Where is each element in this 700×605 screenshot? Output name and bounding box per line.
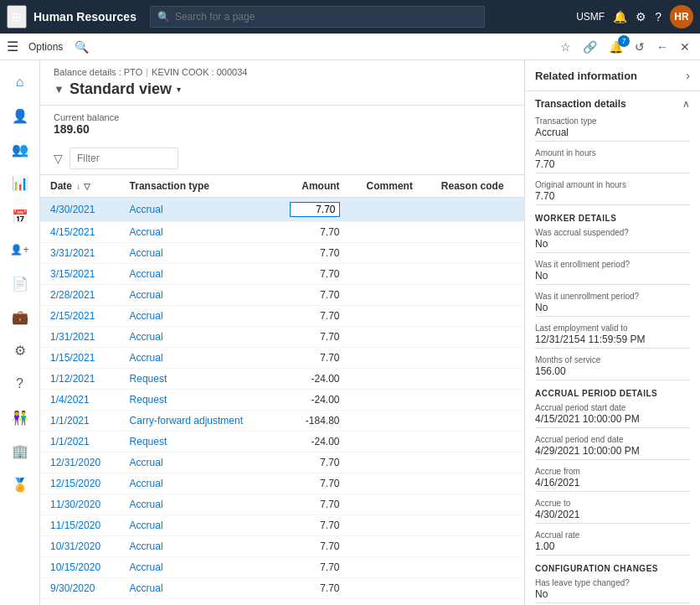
cell-comment	[357, 198, 431, 222]
sidebar-item-help[interactable]: ?	[5, 369, 35, 399]
months-service-label: Months of service	[535, 355, 690, 365]
amount-hours-label: Amount in hours	[535, 148, 690, 158]
table-row[interactable]: 3/15/2021Accrual7.70	[40, 264, 524, 285]
cell-amount: 7.70	[270, 515, 357, 536]
table-row[interactable]: 11/15/2020Accrual7.70	[40, 515, 524, 536]
search-input[interactable]	[175, 11, 477, 23]
unenrollment-period-field: Was it unenrollment period? No	[535, 292, 690, 317]
cell-amount: -184.80	[270, 411, 357, 432]
cell-amount: -24.00	[270, 432, 357, 452]
share-link-icon[interactable]: 🔗	[579, 39, 600, 55]
hamburger-menu-icon[interactable]: ☰	[7, 39, 18, 54]
app-title: Human Resources	[33, 10, 136, 23]
favorite-star-icon[interactable]: ☆	[557, 39, 574, 55]
back-arrow-icon[interactable]: ←	[653, 39, 672, 55]
view-dropdown-button[interactable]: Standard view ▾	[69, 80, 181, 98]
accrue-from-field: Accrue from 4/16/2021	[535, 467, 690, 492]
section-collapse-icon[interactable]: ∧	[682, 98, 690, 110]
cell-amount: -24.00	[270, 369, 357, 390]
sidebar-item-chart[interactable]: 📊	[5, 168, 35, 198]
refresh-icon[interactable]: ↺	[631, 39, 648, 55]
toolbar-right-icons: ☆ 🔗 🔔 7 ↺ ← ✕	[557, 39, 693, 55]
sidebar-item-briefcase[interactable]: 💼	[5, 302, 35, 332]
global-search-bar[interactable]: 🔍	[150, 6, 485, 28]
table-row[interactable]: 2/15/2021Accrual7.70	[40, 306, 524, 327]
cell-reason-code	[431, 285, 524, 306]
table-row[interactable]: 2/28/2021Accrual7.70	[40, 285, 524, 306]
app-grid-icon[interactable]: ⊞	[7, 5, 27, 28]
last-employment-value: 12/31/2154 11:59:59 PM	[535, 334, 690, 349]
table-row[interactable]: 1/4/2021Request-24.00	[40, 390, 524, 411]
top-nav-right: USMF 🔔 ⚙ ? HR	[576, 5, 693, 28]
table-row[interactable]: 1/12/2021Request-24.00	[40, 369, 524, 390]
filter-button[interactable]: ▼	[54, 83, 64, 96]
table-row[interactable]: 11/30/2020Accrual7.70	[40, 494, 524, 515]
amount-input[interactable]	[290, 202, 340, 217]
cell-comment	[357, 599, 431, 606]
user-avatar[interactable]: HR	[670, 5, 693, 28]
original-amount-value: 7.70	[535, 190, 690, 205]
cell-date: 1/1/2021	[40, 411, 120, 432]
cell-date: 10/15/2020	[40, 557, 120, 578]
page-header: Balance details : PTO | KEVIN COOK : 000…	[40, 60, 524, 106]
sidebar-item-user-add[interactable]: 👤+	[5, 235, 35, 265]
cell-reason-code	[431, 494, 524, 515]
sidebar-item-calendar[interactable]: 📅	[5, 201, 35, 231]
filter-funnel-icon[interactable]: ▽	[54, 152, 63, 165]
right-panel-expand-icon[interactable]: ›	[686, 69, 690, 82]
table-row[interactable]: 1/31/2021Accrual7.70	[40, 327, 524, 348]
accrual-start-field: Accrual period start date 4/15/2021 10:0…	[535, 403, 690, 428]
cell-type: Accrual	[120, 515, 270, 536]
breadcrumb-separator: |	[146, 67, 148, 77]
sidebar-item-people[interactable]: 👫	[5, 402, 35, 432]
cell-date: 11/15/2020	[40, 515, 120, 536]
table-row[interactable]: 9/30/2020Accrual7.70	[40, 578, 524, 599]
notification-badge-container: 🔔 7	[605, 39, 626, 55]
transaction-details-section: Transaction details ∧ Transaction type A…	[525, 91, 700, 605]
months-service-value: 156.00	[535, 365, 690, 380]
close-icon[interactable]: ✕	[677, 39, 693, 55]
sidebar-item-person[interactable]: 👤	[5, 101, 35, 131]
sidebar-item-award[interactable]: 🏅	[5, 469, 35, 499]
sidebar-item-settings[interactable]: ⚙	[5, 335, 35, 365]
help-question-icon[interactable]: ?	[655, 10, 661, 23]
cell-date: 1/15/2021	[40, 348, 120, 369]
accrue-from-label: Accrue from	[535, 467, 690, 476]
table-row[interactable]: 1/1/2021Carry-forward adjustment-184.80	[40, 411, 524, 432]
notification-bell-icon[interactable]: 🔔	[613, 10, 627, 23]
cell-comment	[357, 243, 431, 264]
sidebar-item-org[interactable]: 🏢	[5, 436, 35, 466]
cell-reason-code	[431, 452, 524, 473]
transaction-type-label: Transaction type	[535, 116, 690, 126]
table-row[interactable]: 10/31/2020Accrual7.70	[40, 536, 524, 557]
cell-type: Accrual	[120, 536, 270, 557]
table-body: 4/30/2021Accrual4/15/2021Accrual7.703/31…	[40, 198, 524, 606]
accrual-period-title: ACCRUAL PERIOD DETAILS	[535, 389, 690, 398]
accrual-rate-field: Accrual rate 1.00	[535, 530, 690, 556]
cell-date: 9/15/2020	[40, 599, 120, 606]
table-row[interactable]: 10/15/2020Accrual7.70	[40, 557, 524, 578]
options-button[interactable]: Options	[23, 39, 68, 54]
enrollment-period-value: No	[535, 270, 690, 285]
sidebar-item-group[interactable]: 👥	[5, 134, 35, 164]
table-row[interactable]: 3/31/2021Accrual7.70	[40, 243, 524, 264]
config-changes-title: CONFIGURATION CHANGES	[535, 564, 690, 573]
unenrollment-period-value: No	[535, 302, 690, 317]
table-row[interactable]: 4/15/2021Accrual7.70	[40, 222, 524, 243]
sidebar-item-document[interactable]: 📄	[5, 268, 35, 298]
cell-comment	[357, 390, 431, 411]
worker-details-title: WORKER DETAILS	[535, 214, 690, 223]
table-row[interactable]: 9/15/2020Accrual7.70	[40, 599, 524, 606]
filter-input[interactable]	[69, 147, 178, 169]
cell-reason-code	[431, 473, 524, 494]
toolbar-search-icon[interactable]: 🔍	[73, 39, 90, 55]
table-row[interactable]: 4/30/2021Accrual	[40, 198, 524, 222]
table-container[interactable]: Date ↓ ▽ Transaction type Amount Comment…	[40, 175, 524, 605]
cell-comment	[357, 515, 431, 536]
table-row[interactable]: 1/15/2021Accrual7.70	[40, 348, 524, 369]
table-row[interactable]: 12/31/2020Accrual7.70	[40, 452, 524, 473]
table-row[interactable]: 12/15/2020Accrual7.70	[40, 473, 524, 494]
table-row[interactable]: 1/1/2021Request-24.00	[40, 432, 524, 452]
settings-gear-icon[interactable]: ⚙	[636, 10, 646, 23]
sidebar-item-home[interactable]: ⌂	[5, 67, 35, 97]
